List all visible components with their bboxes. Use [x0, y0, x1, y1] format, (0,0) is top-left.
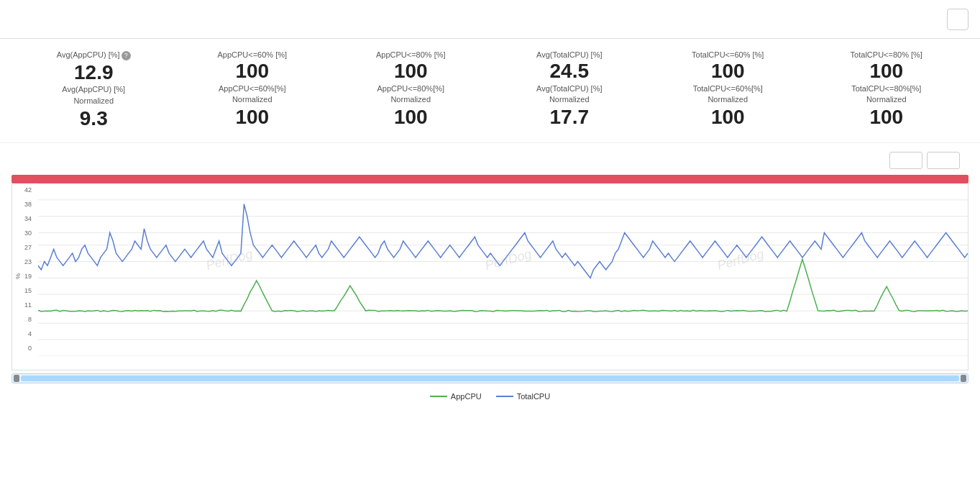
- y-axis-label: 0: [12, 345, 34, 352]
- metric-value-4: 100: [654, 59, 802, 83]
- legend-item-0: AppCPU: [430, 392, 482, 401]
- metric-subvalue-2: 100: [337, 105, 485, 129]
- y-axis-label: 30: [12, 229, 34, 237]
- y-axis: 423834302723191511840: [12, 183, 35, 355]
- y-axis-label: 8: [12, 316, 34, 323]
- metric-value-2: 100: [337, 59, 485, 83]
- metric-subvalue-3: 17.7: [496, 105, 644, 129]
- metric-sublabel-1: AppCPU<=60%[%]Normalized: [179, 83, 326, 106]
- scroll-bar[interactable]: [12, 373, 968, 383]
- metric-value-1: 100: [179, 59, 326, 83]
- cpu-threshold-2[interactable]: [927, 152, 960, 169]
- y-axis-label: 23: [12, 258, 34, 265]
- metric-label-5: TotalCPU<=80% [%]: [813, 50, 961, 59]
- metric-label-1: AppCPU<=60% [%]: [179, 50, 326, 59]
- label-bar: [12, 175, 968, 183]
- collapse-button[interactable]: [947, 9, 968, 30]
- chart-header: [12, 152, 968, 169]
- metric-value-5: 100: [813, 59, 961, 83]
- y-axis-label: 34: [12, 215, 34, 222]
- chart-container: % 423834302723191511840 PerfDog PerfDog …: [12, 183, 968, 370]
- legend-label-1: TotalCPU: [517, 392, 550, 401]
- page-header: [0, 0, 980, 39]
- help-icon-0[interactable]: ?: [122, 51, 131, 60]
- metric-label-2: AppCPU<=80% [%]: [337, 50, 485, 59]
- metrics-section: Avg(AppCPU) [%]? 12.9 Avg(AppCPU) [%]Nor…: [0, 39, 980, 143]
- metric-value-3: 24.5: [496, 59, 644, 83]
- metric-sublabel-0: Avg(AppCPU) [%]Normalized: [20, 84, 168, 106]
- metric-subvalue-4: 100: [654, 105, 802, 129]
- legend-line-1: [496, 396, 513, 397]
- legend-line-0: [430, 396, 447, 397]
- y-axis-label: 42: [12, 186, 34, 194]
- metric-sublabel-5: TotalCPU<=80%[%]Normalized: [813, 83, 961, 106]
- chart-area: PerfDog PerfDog PerfDog: [38, 183, 968, 356]
- metric-label-4: TotalCPU<=60% [%]: [654, 50, 802, 59]
- metric-cell-0: Avg(AppCPU) [%]? 12.9 Avg(AppCPU) [%]Nor…: [14, 46, 173, 135]
- legend-label-0: AppCPU: [451, 392, 482, 401]
- metric-value-0: 12.9: [20, 60, 168, 85]
- y-axis-label: 27: [12, 244, 34, 251]
- metric-subvalue-5: 100: [813, 105, 961, 129]
- metric-subvalue-0: 9.3: [20, 106, 168, 131]
- metric-cell-5: TotalCPU<=80% [%] 100 TotalCPU<=80%[%]No…: [807, 46, 966, 135]
- cpu-threshold-1[interactable]: [889, 152, 922, 169]
- metric-sublabel-4: TotalCPU<=60%[%]Normalized: [654, 83, 802, 106]
- y-axis-label: 11: [12, 301, 34, 309]
- y-axis-label: 15: [12, 287, 34, 294]
- metric-cell-3: Avg(TotalCPU) [%] 24.5 Avg(TotalCPU) [%]…: [490, 46, 649, 135]
- scroll-track[interactable]: [21, 376, 959, 381]
- scroll-handle-left[interactable]: [14, 375, 19, 382]
- y-axis-label: 19: [12, 273, 34, 280]
- y-axis-label: 4: [12, 330, 34, 337]
- scroll-handle-right[interactable]: [961, 375, 966, 382]
- legend: AppCPU TotalCPU: [12, 386, 968, 406]
- metric-sublabel-2: AppCPU<=80%[%]Normalized: [337, 83, 485, 106]
- metric-cell-1: AppCPU<=60% [%] 100 AppCPU<=60%[%]Normal…: [173, 46, 332, 135]
- legend-item-1: TotalCPU: [496, 392, 550, 401]
- metric-cell-4: TotalCPU<=60% [%] 100 TotalCPU<=60%[%]No…: [649, 46, 807, 135]
- metric-label-3: Avg(TotalCPU) [%]: [496, 50, 644, 59]
- y-axis-label: 38: [12, 201, 34, 208]
- metric-cell-2: AppCPU<=80% [%] 100 AppCPU<=80%[%]Normal…: [331, 46, 490, 135]
- metric-subvalue-1: 100: [179, 105, 326, 129]
- cpu-controls: [885, 152, 968, 169]
- chart-section: % 423834302723191511840 PerfDog PerfDog …: [0, 143, 980, 406]
- metric-label-0: Avg(AppCPU) [%]?: [20, 50, 168, 60]
- metric-sublabel-3: Avg(TotalCPU) [%]Normalized: [496, 83, 644, 106]
